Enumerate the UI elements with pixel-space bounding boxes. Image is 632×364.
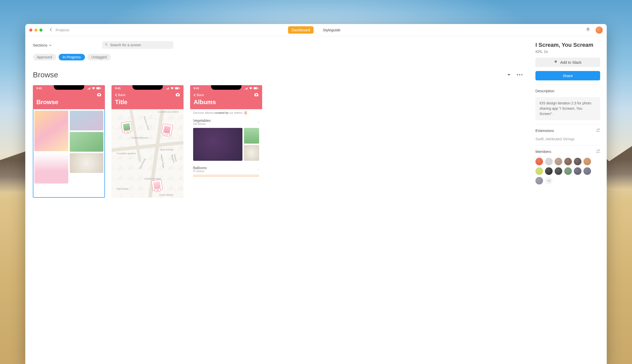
tag-approved[interactable]: Approved (33, 54, 56, 60)
add-to-slack-button[interactable]: Add to Slack (535, 58, 600, 67)
status-icons (87, 87, 101, 89)
member-avatar[interactable] (564, 167, 572, 175)
status-icons (166, 87, 180, 89)
member-avatar[interactable] (545, 158, 553, 165)
albums-discover-text: Discover albums curated by our editors. … (190, 109, 262, 117)
tab-dashboard[interactable]: Dashboard (288, 26, 313, 34)
members-label: Members (535, 149, 551, 154)
phone-notch (211, 85, 241, 90)
camera-icon (254, 93, 259, 97)
map-pin-count: 98 (154, 188, 161, 192)
chevron-down-icon (49, 44, 52, 47)
titlebar: Projects Dashboard Styleguide (25, 24, 607, 36)
svg-point-21 (597, 152, 598, 153)
album-name: Vegetables (193, 119, 211, 123)
map-label: École Militaire (159, 194, 173, 196)
filter-tags: Approved In Progress Untagged (33, 54, 523, 60)
photo-thumbnail (34, 111, 68, 151)
tab-styleguide[interactable]: Styleguide (319, 26, 344, 34)
svg-rect-8 (179, 88, 180, 89)
members-header: Members (535, 145, 600, 154)
minimize-window-button[interactable] (34, 29, 37, 32)
map-label: Avenue Rapp (160, 154, 165, 168)
back-label: Back (197, 93, 204, 97)
screen-title: Title (111, 97, 184, 107)
settings-icon[interactable] (596, 128, 600, 133)
map-pin-count: 29 (124, 130, 131, 134)
traffic-lights (29, 29, 42, 32)
screen-albums[interactable]: 9:41 Back (190, 85, 262, 198)
right-panel: I Scream, You Scream iOS, 1x Add to Slac… (531, 36, 607, 364)
status-time: 9:41 (36, 87, 42, 90)
extensions-header: Extensions (535, 124, 600, 133)
member-avatar[interactable] (555, 158, 562, 165)
screen-title[interactable]: 9:41 Back (111, 85, 184, 198)
svg-rect-7 (175, 87, 178, 89)
member-avatar[interactable] (574, 167, 581, 175)
svg-point-0 (105, 43, 107, 45)
svg-point-15 (598, 129, 599, 130)
add-to-slack-label: Add to Slack (560, 60, 581, 64)
svg-rect-11 (254, 87, 257, 89)
member-avatar[interactable] (535, 167, 543, 175)
back-chevron-icon[interactable] (48, 27, 54, 33)
map-pin: 98 (151, 179, 163, 191)
map-label: Avenue Bosquet (171, 154, 180, 171)
extensions-label: Extensions (535, 128, 554, 133)
album-thumbnail (193, 128, 242, 161)
tag-untagged[interactable]: Untagged (87, 54, 111, 60)
search-input[interactable] (110, 43, 171, 47)
sections-dropdown[interactable]: Sections (33, 43, 52, 47)
share-button[interactable]: Share (535, 71, 600, 80)
svg-point-13 (256, 94, 257, 96)
album-thumbnail (244, 145, 259, 161)
section-more-icon[interactable]: ••• (517, 73, 523, 77)
search-box[interactable] (102, 41, 173, 49)
members-more[interactable]: +2 (545, 177, 553, 185)
back-button: Back (194, 93, 204, 97)
svg-rect-3 (97, 87, 100, 89)
album-name: Balloons (193, 166, 207, 170)
section-header: Browse ••• (33, 71, 523, 79)
album-thumbnail (244, 128, 259, 144)
phone-notch (132, 85, 163, 90)
member-avatar[interactable] (583, 167, 591, 175)
tag-in-progress[interactable]: In Progress (59, 54, 85, 60)
member-avatar[interactable] (545, 167, 553, 175)
chevron-right-icon: › (258, 167, 259, 171)
map-label: Trocadéro gardens (117, 152, 136, 155)
screens-row: 9:41 B (33, 85, 523, 198)
breadcrumb[interactable]: Projects (56, 28, 69, 32)
sections-label: Sections (33, 43, 48, 47)
share-label: Share (563, 74, 573, 78)
back-label: Back (118, 93, 125, 97)
camera-icon (175, 93, 180, 97)
notifications-icon[interactable] (585, 27, 591, 33)
map-pin: 29 (121, 121, 132, 132)
map-label: CHAMPS-ÉLYSÉES (158, 111, 178, 113)
user-avatar[interactable] (596, 27, 603, 34)
member-avatar[interactable] (583, 158, 591, 165)
map-label: Guimet Museum (132, 136, 148, 139)
camera-icon (97, 93, 101, 97)
maximize-window-button[interactable] (39, 29, 42, 32)
screen-browse[interactable]: 9:41 B (33, 85, 105, 198)
map-label: Quai d'Orsay (160, 148, 173, 151)
member-avatar[interactable] (574, 158, 581, 165)
svg-rect-4 (101, 88, 101, 89)
member-avatar[interactable] (564, 158, 572, 165)
member-avatar[interactable] (555, 167, 562, 175)
photo-thumbnail (70, 111, 104, 130)
search-icon (105, 43, 108, 47)
content-area: Sections Approved In Progress (25, 36, 607, 364)
settings-icon[interactable] (596, 149, 600, 154)
album-thumbnail (193, 174, 259, 177)
extensions-body: Swift, Attributed Strings (535, 137, 600, 141)
section-collapse-icon[interactable] (507, 73, 511, 77)
main-column: Sections Approved In Progress (25, 36, 531, 364)
album-row-vegetables: Vegetables 240 photos › (190, 117, 262, 126)
screen-title: Browse (33, 97, 105, 107)
member-avatar[interactable] (535, 158, 543, 165)
member-avatar[interactable] (535, 177, 543, 185)
close-window-button[interactable] (29, 29, 32, 32)
